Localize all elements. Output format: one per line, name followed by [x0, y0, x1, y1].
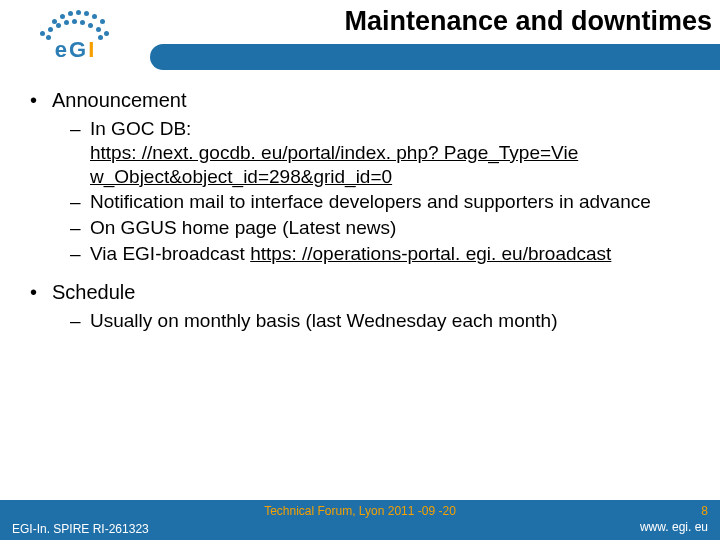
sub-text: Via EGI-broadcast https: //operations-po…: [90, 242, 690, 266]
content: • Announcement – In GOC DB: https: //nex…: [30, 88, 690, 346]
bullet-icon: •: [30, 280, 52, 305]
link-gocdb[interactable]: https: //next. gocdb. eu/portal/index. p…: [90, 142, 578, 187]
link-broadcast[interactable]: https: //operations-portal. egi. eu/broa…: [250, 243, 611, 264]
dash-icon: –: [70, 242, 90, 266]
sub-pre: Via EGI-broadcast: [90, 243, 250, 264]
bullet-text: Announcement: [52, 88, 690, 113]
logo-i: I: [88, 37, 95, 63]
logo: eGI: [0, 0, 150, 72]
bullet-text: Schedule: [52, 280, 690, 305]
bullet-announcement: • Announcement: [30, 88, 690, 113]
sub-text: In GOC DB: https: //next. gocdb. eu/port…: [90, 117, 690, 188]
logo-text: eGI: [55, 37, 96, 63]
footer-url: www. egi. eu: [640, 520, 708, 536]
sub-goc-db: – In GOC DB: https: //next. gocdb. eu/po…: [70, 117, 690, 188]
sub-monthly: – Usually on monthly basis (last Wednesd…: [70, 309, 690, 333]
logo-e: e: [55, 37, 68, 63]
header: eGI Maintenance and downtimes: [0, 0, 720, 72]
header-bar: [150, 44, 720, 70]
logo-dots-icon: [30, 9, 120, 37]
sub-notification: – Notification mail to interface develop…: [70, 190, 690, 214]
page-title: Maintenance and downtimes: [165, 6, 712, 37]
footer: EGI-In. SPIRE RI-261323 Technical Forum,…: [0, 500, 720, 540]
dash-icon: –: [70, 309, 90, 333]
footer-center: Technical Forum, Lyon 2011 -09 -20: [264, 504, 456, 518]
sub-broadcast: – Via EGI-broadcast https: //operations-…: [70, 242, 690, 266]
sublist-1: – In GOC DB: https: //next. gocdb. eu/po…: [70, 117, 690, 266]
dash-icon: –: [70, 216, 90, 240]
sub-text: Usually on monthly basis (last Wednesday…: [90, 309, 690, 333]
sub-text: On GGUS home page (Latest news): [90, 216, 690, 240]
bullet-icon: •: [30, 88, 52, 113]
sublist-2: – Usually on monthly basis (last Wednesd…: [70, 309, 690, 333]
sub-pre: In GOC DB:: [90, 118, 191, 139]
logo-g: G: [69, 37, 87, 63]
slide: eGI Maintenance and downtimes • Announce…: [0, 0, 720, 540]
dash-icon: –: [70, 117, 90, 188]
page-number: 8: [640, 504, 708, 520]
sub-text: Notification mail to interface developer…: [90, 190, 690, 214]
bullet-schedule: • Schedule: [30, 280, 690, 305]
sub-ggus: – On GGUS home page (Latest news): [70, 216, 690, 240]
footer-left: EGI-In. SPIRE RI-261323: [12, 522, 149, 540]
footer-right: 8 www. egi. eu: [640, 504, 708, 535]
dash-icon: –: [70, 190, 90, 214]
